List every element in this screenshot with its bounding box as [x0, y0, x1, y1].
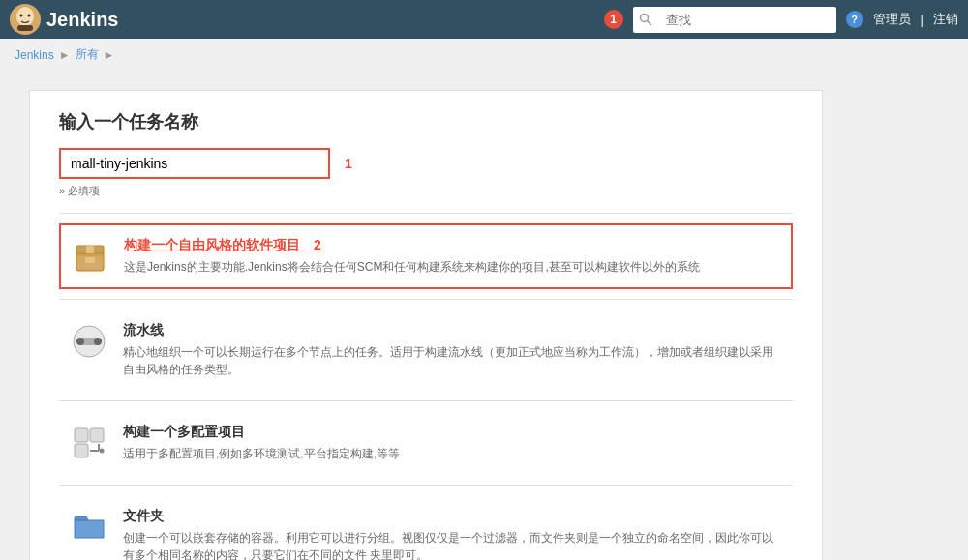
main-content: 输入一个任务名称 1 » 必填项 构建一个自由风格的软件项目: [0, 71, 968, 560]
separator: |: [921, 13, 923, 27]
logout-link[interactable]: 注销: [933, 11, 958, 28]
project-type-pipeline[interactable]: 流水线 精心地组织一个可以长期运行在多个节点上的任务。适用于构建流水线（更加正式…: [59, 309, 793, 391]
svg-point-19: [100, 449, 105, 454]
step1-num: 1: [345, 156, 352, 171]
breadcrumb-sep-2: ►: [104, 48, 115, 62]
search-input[interactable]: [656, 9, 831, 31]
breadcrumb-all[interactable]: 所有: [76, 46, 99, 63]
step2-num: 2: [314, 237, 321, 252]
logo-text: Jenkins: [46, 9, 118, 31]
freestyle-desc: 这是Jenkins的主要功能.Jenkins将会结合任何SCM和任何构建系统来构…: [124, 258, 781, 276]
folder-icon: [70, 508, 108, 546]
divider-2: [59, 299, 793, 300]
svg-point-15: [94, 338, 102, 345]
form-title: 输入一个任务名称: [59, 110, 793, 133]
project-type-folder[interactable]: 文件夹 创建一个可以嵌套存储的容器。利用它可以进行分组。视图仅仅是一个过滤器，而…: [59, 495, 793, 560]
folder-desc: 创建一个可以嵌套存储的容器。利用它可以进行分组。视图仅仅是一个过滤器，而文件夹则…: [123, 529, 782, 560]
task-name-input[interactable]: [59, 148, 330, 179]
jenkins-icon: [10, 4, 41, 35]
breadcrumb-sep-1: ►: [59, 48, 71, 62]
multiconfig-desc: 适用于多配置项目,例如多环境测试,平台指定构建,等等: [123, 445, 782, 462]
divider-1: [59, 213, 793, 214]
divider-4: [59, 485, 793, 486]
header: Jenkins 1 ? 管理员 | 注销: [0, 0, 968, 39]
freestyle-title: 构建一个自由风格的软件项目 2: [124, 237, 781, 254]
svg-point-3: [28, 15, 31, 17]
svg-rect-17: [90, 428, 104, 442]
breadcrumb-jenkins[interactable]: Jenkins: [15, 48, 54, 62]
svg-rect-9: [86, 246, 94, 253]
svg-point-14: [76, 338, 84, 345]
pipeline-icon: [70, 322, 108, 361]
notification-badge[interactable]: 1: [604, 10, 623, 29]
svg-rect-18: [75, 444, 88, 457]
divider-3: [59, 400, 793, 401]
multiconfig-content: 构建一个多配置项目 适用于多配置项目,例如多环境测试,平台指定构建,等等: [123, 424, 782, 462]
pipeline-desc: 精心地组织一个可以长期运行在多个节点上的任务。适用于构建流水线（更加正式地应当称…: [123, 343, 782, 378]
project-type-multiconfig[interactable]: 构建一个多配置项目 适用于多配置项目,例如多环境测试,平台指定构建,等等: [59, 411, 793, 475]
pipeline-title: 流水线: [123, 322, 782, 339]
svg-rect-11: [85, 257, 95, 263]
search-icon: [639, 13, 652, 26]
freestyle-icon: [71, 237, 109, 276]
task-name-row: 1: [59, 148, 793, 179]
multiconfig-icon: [70, 424, 108, 462]
form-container: 输入一个任务名称 1 » 必填项 构建一个自由风格的软件项目: [29, 90, 823, 560]
required-note: » 必填项: [59, 184, 793, 198]
svg-rect-4: [17, 25, 33, 31]
breadcrumb: Jenkins ► 所有 ►: [0, 39, 968, 71]
freestyle-content: 构建一个自由风格的软件项目 2 这是Jenkins的主要功能.Jenkins将会…: [124, 237, 781, 276]
multiconfig-title: 构建一个多配置项目: [123, 424, 782, 441]
user-label[interactable]: 管理员: [873, 11, 911, 28]
svg-line-6: [647, 21, 651, 26]
svg-point-2: [20, 15, 23, 17]
folder-title: 文件夹: [123, 508, 782, 525]
help-icon[interactable]: ?: [846, 11, 863, 28]
svg-rect-16: [75, 428, 88, 442]
folder-content: 文件夹 创建一个可以嵌套存储的容器。利用它可以进行分组。视图仅仅是一个过滤器，而…: [123, 508, 782, 560]
svg-point-5: [640, 15, 648, 22]
logo: Jenkins: [10, 4, 604, 35]
project-type-freestyle[interactable]: 构建一个自由风格的软件项目 2 这是Jenkins的主要功能.Jenkins将会…: [59, 223, 793, 289]
header-right: ? 管理员 | 注销: [846, 11, 958, 28]
pipeline-content: 流水线 精心地组织一个可以长期运行在多个节点上的任务。适用于构建流水线（更加正式…: [123, 322, 782, 378]
